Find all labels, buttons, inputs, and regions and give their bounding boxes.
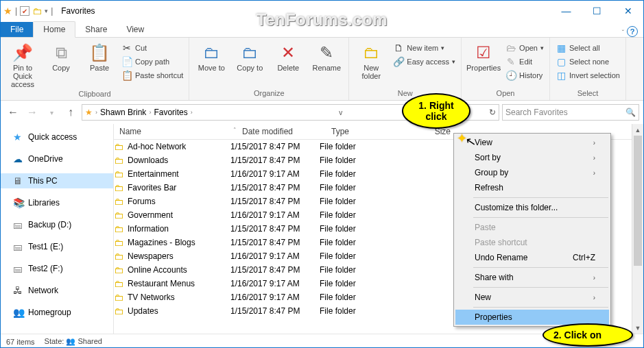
folder-icon: 🗀: [114, 306, 123, 316]
select-all-button[interactable]: ▦Select all: [554, 42, 621, 54]
ctx-view[interactable]: View›: [455, 135, 609, 150]
row-name: Updates: [128, 306, 158, 316]
row-date: 1/16/2017 9:17 AM: [230, 169, 320, 179]
paste-shortcut-icon: 📋: [121, 70, 132, 81]
row-type: File folder: [320, 265, 409, 275]
titlebar: ★ | ✔ 🗀 ▾ | Favorites — ☐ ✕: [1, 1, 643, 21]
new-item-button[interactable]: 🗋New item ▾: [392, 42, 457, 54]
scroll-up-icon[interactable]: ▲: [632, 124, 643, 136]
cut-button[interactable]: ✂Cut: [120, 42, 184, 54]
row-name: Downloads: [128, 156, 168, 165]
sidebar-network[interactable]: 🖧Network: [1, 283, 113, 298]
chevron-right-icon[interactable]: ›: [191, 109, 193, 116]
ctx-sort-by[interactable]: Sort by›: [455, 150, 609, 165]
copy-button[interactable]: ⧉Copy: [43, 42, 79, 73]
invert-selection-icon: ◫: [556, 70, 567, 81]
move-to-icon: 🗀: [203, 43, 219, 62]
qat-folder-icon[interactable]: 🗀: [32, 5, 42, 16]
search-icon[interactable]: 🔍: [625, 108, 636, 117]
maximize-button[interactable]: ☐: [582, 1, 612, 21]
folder-icon: 🗀: [114, 223, 123, 234]
copy-to-button[interactable]: 🗀Copy to: [232, 42, 267, 73]
row-type: File folder: [320, 306, 409, 316]
chevron-right-icon: ›: [593, 154, 595, 162]
move-to-button[interactable]: 🗀Move to: [193, 42, 229, 73]
ctx-new[interactable]: New›: [455, 290, 609, 305]
qat-dropdown-icon[interactable]: ▾: [45, 8, 48, 14]
open-button[interactable]: 🗁Open ▾: [504, 42, 545, 54]
address-dropdown-icon[interactable]: v: [339, 109, 342, 116]
sidebar-backup[interactable]: 🖴Backup (D:): [1, 217, 113, 232]
col-name[interactable]: Name: [114, 127, 230, 136]
pin-to-quick-access-button[interactable]: 📌Pin to Quick access: [5, 42, 40, 90]
scroll-down-icon[interactable]: ▼: [632, 322, 643, 334]
scrollbar[interactable]: ▲ ▼: [632, 124, 643, 334]
group-label-select: Select: [554, 89, 621, 99]
refresh-button[interactable]: ↻: [489, 108, 496, 117]
nav-up-button[interactable]: ↑: [62, 104, 79, 121]
tab-home[interactable]: Home: [33, 21, 75, 38]
sidebar-quick-access[interactable]: ★Quick access: [1, 129, 113, 145]
select-none-button[interactable]: ▢Select none: [554, 55, 621, 68]
history-button[interactable]: 🕘History: [504, 69, 545, 82]
sidebar-test2[interactable]: 🖴Test2 (F:): [1, 261, 113, 276]
edit-button[interactable]: ✎Edit: [504, 55, 545, 68]
copy-path-button[interactable]: 📄Copy path: [120, 55, 184, 68]
ctx-undo-rename[interactable]: Undo RenameCtrl+Z: [455, 250, 609, 265]
help-button[interactable]: ?: [627, 26, 638, 37]
drive-icon: 🖴: [13, 241, 24, 252]
new-folder-button[interactable]: 🗀New folder: [353, 42, 389, 82]
delete-button[interactable]: ✕Delete: [270, 42, 306, 73]
row-type: File folder: [320, 251, 409, 261]
nav-recent-dropdown[interactable]: ▾: [43, 104, 60, 121]
paste-button[interactable]: 📋Paste: [82, 42, 117, 73]
ctx-refresh[interactable]: Refresh: [455, 180, 609, 195]
row-date: 1/15/2017 8:47 PM: [230, 142, 320, 151]
properties-button[interactable]: ☑Properties: [466, 42, 501, 73]
tab-view[interactable]: View: [117, 22, 154, 37]
crumb-user[interactable]: Shawn Brink: [100, 108, 146, 117]
nav-back-button[interactable]: ←: [5, 104, 21, 121]
ctx-group-by[interactable]: Group by›: [455, 165, 609, 180]
invert-selection-button[interactable]: ◫Invert selection: [554, 69, 621, 82]
ctx-share-with[interactable]: Share with›: [455, 270, 609, 285]
chevron-right-icon[interactable]: ›: [95, 109, 97, 116]
qat-checkbox-icon[interactable]: ✔: [20, 6, 29, 16]
sidebar-libraries[interactable]: 📚Libraries: [1, 195, 113, 210]
sidebar: ★Quick access ☁OneDrive 🖥This PC 📚Librar…: [1, 124, 114, 334]
ctx-customize[interactable]: Customize this folder...: [455, 200, 609, 215]
tab-file[interactable]: File: [1, 22, 33, 37]
search-input[interactable]: Search Favorites 🔍: [502, 104, 639, 121]
sidebar-test1[interactable]: 🖴Test1 (E:): [1, 239, 113, 254]
col-date[interactable]: Date modified: [237, 127, 326, 136]
tab-share[interactable]: Share: [75, 22, 117, 37]
crumb-folder[interactable]: Favorites: [154, 108, 187, 117]
address-bar: ← → ▾ ↑ ★ › Shawn Brink › Favorites › v …: [1, 101, 643, 124]
folder-icon: 🗀: [114, 196, 123, 207]
chevron-right-icon: ›: [593, 139, 595, 147]
row-type: File folder: [320, 183, 409, 192]
minimize-button[interactable]: —: [551, 1, 582, 21]
nav-forward-button[interactable]: →: [24, 104, 40, 121]
paste-shortcut-button[interactable]: 📋Paste shortcut: [120, 69, 184, 82]
scroll-thumb[interactable]: [634, 136, 642, 266]
col-type[interactable]: Type: [326, 127, 415, 136]
row-name: Government: [128, 210, 173, 220]
open-icon: 🗁: [505, 42, 516, 53]
close-button[interactable]: ✕: [612, 1, 643, 21]
sidebar-homegroup[interactable]: 👥Homegroup: [1, 305, 113, 320]
row-name: Favorites Bar: [128, 183, 176, 192]
qat-separator: |: [15, 6, 17, 16]
sidebar-this-pc[interactable]: 🖥This PC: [1, 173, 113, 188]
rename-button[interactable]: ✎Rename: [309, 42, 344, 73]
properties-icon: ☑: [476, 43, 491, 62]
row-date: 1/16/2017 9:17 AM: [230, 279, 320, 288]
ribbon-collapse-icon[interactable]: ˇ: [622, 29, 624, 37]
easy-access-button[interactable]: 🔗Easy access ▾: [392, 55, 457, 68]
copy-icon: ⧉: [56, 43, 67, 62]
row-type: File folder: [320, 238, 409, 247]
sidebar-onedrive[interactable]: ☁OneDrive: [1, 151, 113, 166]
row-name: TV Networks: [128, 293, 175, 302]
chevron-right-icon[interactable]: ›: [149, 109, 151, 116]
ctx-properties[interactable]: Properties: [455, 310, 609, 325]
